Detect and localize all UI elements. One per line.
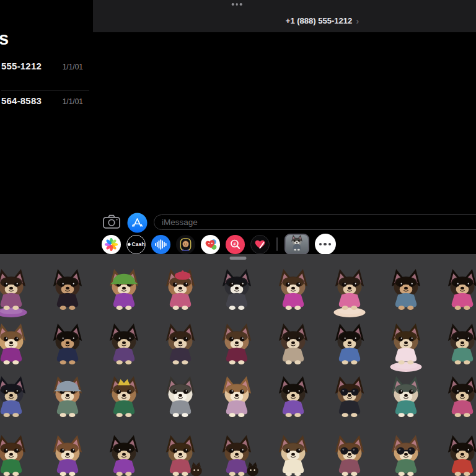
sticker-chihuahua-green-jacket[interactable] (0, 430, 39, 476)
audio-message-app-icon[interactable] (151, 235, 170, 254)
sticker-chihuahua-red-bandana[interactable] (434, 430, 476, 476)
sticker-chihuahua-on-donut-bed[interactable] (321, 264, 377, 317)
app-store-icon (127, 213, 148, 235)
camera-icon (103, 214, 120, 231)
sticker-row (0, 319, 476, 372)
multitask-indicator[interactable] (232, 3, 242, 6)
conversation-header: +1 (888) 555-1212 › (93, 0, 476, 32)
app-strip-divider (276, 237, 278, 251)
sticker-chihuahua-sunglasses-black-jacket[interactable] (321, 371, 377, 425)
sidebar-title: s (0, 29, 9, 49)
sticker-black-white-chihuahua[interactable] (208, 264, 265, 317)
sticker-chihuahua-gray-baseball-cap[interactable] (39, 371, 95, 425)
chevron-right-icon: › (356, 16, 359, 25)
stickers-app-icon[interactable] (201, 235, 220, 254)
messages-app-window: s 555-12121/1/01564-85831/1/01 +1 (888) … (0, 0, 476, 476)
photos-app-icon[interactable] (102, 235, 121, 254)
conversation-date: 1/1/01 (63, 97, 83, 106)
sticker-peeking-sleepy-chihuahua[interactable] (265, 430, 321, 476)
drawer-handle[interactable] (230, 257, 247, 260)
sticker-chihuahua-green-purple-outfit[interactable] (39, 430, 95, 476)
images-search-app-icon[interactable]: # (226, 235, 245, 254)
sticker-sitting-chihuahua-plaid-coat[interactable] (265, 319, 321, 372)
sticker-chihuahua-batman-costume[interactable] (39, 319, 95, 372)
sticker-chihuahua-green-cap-purple-vest[interactable] (95, 264, 152, 317)
sticker-chihuahua-red-beret[interactable] (152, 264, 208, 317)
sticker-chihuahua-purple-cape[interactable] (0, 319, 39, 372)
sticker-chihuahua-maroon-cape[interactable] (208, 319, 265, 372)
digital-touch-app-icon[interactable] (250, 235, 270, 254)
sticker-chihuahua-purple-green-scarf[interactable] (95, 430, 152, 476)
sticker-chihuahua-teal-scarf[interactable] (434, 319, 476, 372)
sticker-chihuahua-pink-ears-bandana[interactable] (434, 371, 476, 425)
apple-cash-label: Cash (131, 241, 145, 247)
svg-text:#: # (234, 241, 236, 245)
sticker-chihuahua-blue-shirt[interactable] (0, 371, 39, 425)
sticker-chihuahua-sunglasses-sitting[interactable] (321, 430, 377, 476)
sticker-chihuahua-pink-harness[interactable] (434, 264, 476, 317)
sticker-happy-chihuahua-purple-bandana[interactable] (95, 319, 152, 372)
sticker-chihuahua-in-purple-sneaker[interactable] (0, 264, 39, 317)
sticker-chihuahua-sunglasses-with-puppy[interactable] (377, 430, 434, 476)
sticker-drawer (0, 254, 476, 476)
imessage-app-strip: Cash # (102, 234, 336, 255)
sticker-chihuahua-green-hoodie-crown[interactable] (95, 371, 152, 425)
dot (240, 3, 242, 6)
sticker-black-white-puppy-collar[interactable] (152, 371, 208, 425)
sticker-row (0, 371, 476, 425)
sticker-row (0, 264, 476, 317)
sticker-chihuahua-dark-vest[interactable] (152, 319, 208, 372)
dot (232, 3, 234, 6)
conversation-number: 564-8583 (1, 95, 42, 106)
app-store-button[interactable] (127, 213, 148, 235)
sticker-cream-chihuahua[interactable] (208, 371, 265, 425)
list-divider (1, 90, 89, 90)
message-input[interactable] (154, 214, 476, 230)
conversation-list-item[interactable]: 555-12121/1/01 (1, 61, 83, 71)
conversation-number: 555-1212 (1, 61, 42, 71)
sticker-chihuahua-denim-jacket-portrait[interactable] (377, 264, 434, 317)
sticker-chihuahua-teal-outfit[interactable] (377, 371, 434, 425)
sticker-puppy-in-pink-bowl-with-hearts[interactable] (377, 319, 434, 372)
memoji-stickers-app-icon[interactable] (176, 235, 195, 254)
camera-button[interactable] (103, 214, 120, 231)
sticker-happy-chihuahua-purple-collar[interactable] (265, 371, 321, 425)
conversation-panel: +1 (888) 555-1212 › (93, 0, 476, 254)
more-apps-button[interactable] (315, 234, 336, 255)
apple-cash-app-icon[interactable]: Cash (126, 235, 146, 254)
contact-name: +1 (888) 555-1212 (286, 16, 352, 25)
more-dots (319, 243, 332, 246)
sticker-black-and-tan-chihuahua-portrait[interactable] (39, 264, 95, 317)
sticker-chihuahua-mom-with-puppies[interactable] (152, 430, 208, 476)
sticker-chihuahua-blue-bandana[interactable] (321, 319, 377, 372)
conversation-list-item[interactable]: 564-85831/1/01 (1, 95, 83, 106)
sticker-row (0, 430, 476, 476)
dot (236, 3, 238, 6)
contact-button[interactable]: +1 (888) 555-1212 › (286, 16, 359, 25)
sticker-chihuahua-family-group[interactable] (208, 430, 265, 476)
sticker-chihuahua-magenta-jacket[interactable] (265, 264, 321, 317)
conversations-sidebar: s 555-12121/1/01564-85831/1/01 (0, 0, 93, 254)
chihuahua-sticker-pack-icon[interactable] (284, 234, 309, 255)
conversation-date: 1/1/01 (63, 63, 83, 71)
